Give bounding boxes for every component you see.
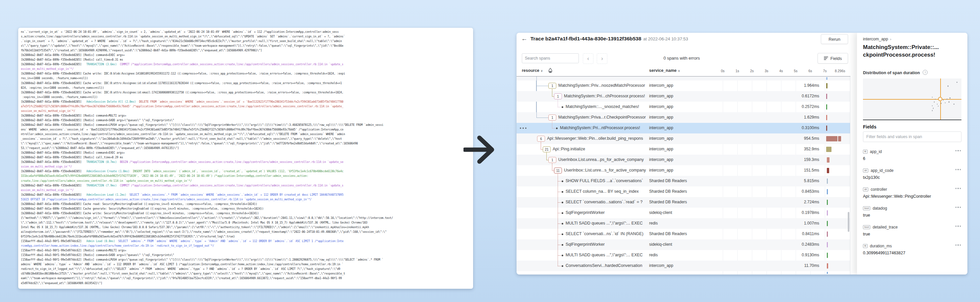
field-value: true [863,213,961,218]
table-row[interactable]: MULTI SADD queues ...",\"args\":... EXEC… [517,218,850,229]
span-service-name: intercom_app [649,136,673,141]
span-flame-bar[interactable] [827,253,828,258]
table-row[interactable]: SELECT `conversati...ns`.`id` IN (RANGE)… [517,229,850,239]
log-segment: [b2088da2-0b87-4d1a-889b-f35be8eb0205] [… [21,54,125,57]
table-row[interactable]: 21Api::Ping.initializeintercom_app352.9m… [517,144,850,155]
search-spans-input[interactable] [522,53,579,63]
span-flame-bar[interactable] [827,221,828,226]
fields-button[interactable]: Fields [818,53,848,63]
back-arrow-icon[interactable]: ← [521,35,527,43]
span-resource-label[interactable]: Api::Messenger::Web::Pin...oller.build_p… [547,136,643,141]
table-row[interactable]: 1UserInbox.List.unrea...ps_for_active_co… [517,155,850,165]
log-segment: BEGIN /*application:IntercomApp,controll… [120,161,344,164]
row-options-icon[interactable] [520,128,527,129]
span-flame-bar[interactable] [826,125,827,131]
field-options-icon[interactable] [956,226,961,227]
span-flame-bar[interactable] [826,94,827,99]
span-flame-bar[interactable] [827,200,828,205]
rerun-button[interactable]: Rerun [821,34,848,44]
span-resource-label[interactable]: SqlFingerprintWorker [566,242,605,247]
span-flame-bar[interactable] [827,179,828,184]
table-row[interactable]: SqlFingerprintWorkersidekiq-client0.1978… [517,208,850,218]
child-count-badge[interactable]: 6 [537,136,545,142]
span-flame-bar[interactable] [827,272,828,274]
span-flame-bar[interactable] [827,263,828,269]
columns-header: resource∨ service_name∨ 0s1s2s3s4s5s6s7s… [517,66,850,76]
span-resource-label[interactable]: MatchingSystem::Pri...chProcessor.proces… [564,94,645,98]
child-count-badge[interactable]: 21 [543,146,550,152]
table-row[interactable]: SqlFingerprintWorkersidekiq-client0.2483… [517,239,850,250]
table-row[interactable]: SHOW FULL FIELDS ...a`.`conversations`Sh… [517,176,850,187]
table-row[interactable]: SELECT `conversatio...sations`.`read` = … [517,197,850,208]
span-flame-bar[interactable] [827,231,828,237]
span-resource-label[interactable]: MULTI SADD queues ...",\"args\":... EXEC [566,221,643,226]
child-count-badge[interactable]: 1 [548,115,556,120]
child-count-badge[interactable]: 1 [548,157,556,163]
span-duration: 1.629ms [780,115,819,120]
child-count-badge[interactable]: 1 [554,93,562,100]
span-resource-label[interactable]: Api::Ping.initialize [553,147,585,151]
field-options-icon[interactable] [956,150,961,151]
span-resource-label[interactable]: MatchingSystem::..._snoozed_matches! [566,104,639,109]
table-row[interactable]: ConversationsServi...hardedConversationi… [517,261,850,271]
span-flame-bar[interactable] [827,242,828,247]
span-resource-label[interactable]: MatchingSystem::Pri...ntProcessor.proces… [560,125,640,130]
service-column-header[interactable]: service_name∨ [649,68,680,73]
span-flame-bar[interactable] [827,157,829,163]
table-row[interactable]: 6Api::Messenger::Web::Pin...oller.build_… [517,133,850,144]
table-row[interactable]: 1MatchingSystem::Priv...noozedMatchProce… [517,81,850,91]
field-options-icon[interactable] [956,207,961,208]
table-row[interactable]: MULTI SADD queues ...",\"args\":... EXEC… [517,250,850,261]
span-flame-bar[interactable] [827,168,829,173]
span-duration-distribution-chart[interactable] [863,79,961,120]
span-flame-bar[interactable] [826,115,827,120]
table-row[interactable]: SELECT column_na... BY seq_in_indexShard… [517,187,850,197]
droplet-icon[interactable] [548,68,552,73]
tree-connector [536,108,550,118]
table-row[interactable]: MatchingSystem::Pri...ntProcessor.proces… [517,123,850,133]
field-options-icon[interactable] [956,188,961,189]
help-icon[interactable]: ? [923,70,928,75]
span-flame-bar[interactable] [826,136,837,141]
field-name: app_id_code [870,168,894,173]
log-segment: ns`.`current_sign_in_at` = '2022-06-24 1… [21,30,339,33]
span-rows-holder: 1MatchingSystem::Priv...noozedMatchProce… [517,76,850,275]
field-options-icon[interactable] [956,244,961,246]
span-flame-bar[interactable] [826,83,827,89]
resource-column-header[interactable]: resource∨ [522,68,543,73]
span-flame-bar[interactable] [826,77,827,80]
table-row[interactable]: MatchingSystem::..._snoozed_matches!inte… [517,102,850,112]
log-segment: 6f53fbc1e4c1c670b400bcde6138c76e4c331bca… [21,235,235,238]
vertical-scrollbar[interactable] [848,212,850,232]
span-resource-label[interactable]: UserInbox.List.unrea...ps_for_active_com… [558,157,644,162]
child-count-badge[interactable]: 1 [548,83,556,89]
breadcrumb[interactable]: intercom_app› [863,37,891,41]
table-row[interactable]: 1MatchingSystem::Pri...chProcessor.proce… [517,91,850,102]
field-options-icon[interactable] [956,169,961,170]
span-resource-label[interactable]: UserInbox::List.unre...s_for_active_comp… [564,168,646,172]
field-header: strapp_id_code [863,168,961,173]
table-row[interactable]: 1MatchingSystem::Priva...r.CheckpointPro… [517,112,850,123]
field-item: strapp_id_codetx2p130c [863,168,961,187]
log-line: redirect_to_sign_in_if_logged_out'*/\",\… [21,267,471,272]
span-resource-label[interactable]: SqlFingerprintWorker [566,210,605,215]
span-flame-bar[interactable] [827,189,828,194]
next-match-button[interactable]: › [597,53,607,64]
span-resource-label[interactable]: ConversationsServi...hardedConversation [566,263,642,268]
span-resource-label[interactable]: MatchingSystem::Priva...r.CheckpointProc… [558,115,646,120]
span-flame-bar[interactable] [826,147,832,152]
span-resource-label[interactable]: SELECT column_na... BY seq_in_index [566,189,639,194]
span-resource-label[interactable]: SELECT `conversatio...sations`.`read` = … [566,200,643,204]
span-resource-label[interactable]: MatchingSystem::Priv...noozedMatchProces… [558,83,645,88]
log-segment: [b2088da2-0b87-4d1a-889b-f35be8eb0205] [… [21,58,123,61]
table-row[interactable]: 11UserInbox::List.unre...s_for_active_co… [517,165,850,176]
prev-match-button[interactable]: ‹ [583,53,593,64]
span-flame-bar[interactable] [826,104,827,110]
span-resource-label[interactable]: SHOW FULL FIELDS ...a`.`conversations` [566,179,643,183]
span-resource-label[interactable]: MULTI SADD queues ...",\"args\":... EXEC [566,253,643,257]
span-flame-bar-segment[interactable] [838,136,841,141]
span-resource-label[interactable]: SELECT `conversati...ns`.`id` IN (RANGE) [566,231,643,236]
filter-fields-input[interactable] [863,131,961,142]
child-count-badge[interactable]: 11 [554,168,562,174]
span-flame-bar[interactable] [827,210,828,215]
